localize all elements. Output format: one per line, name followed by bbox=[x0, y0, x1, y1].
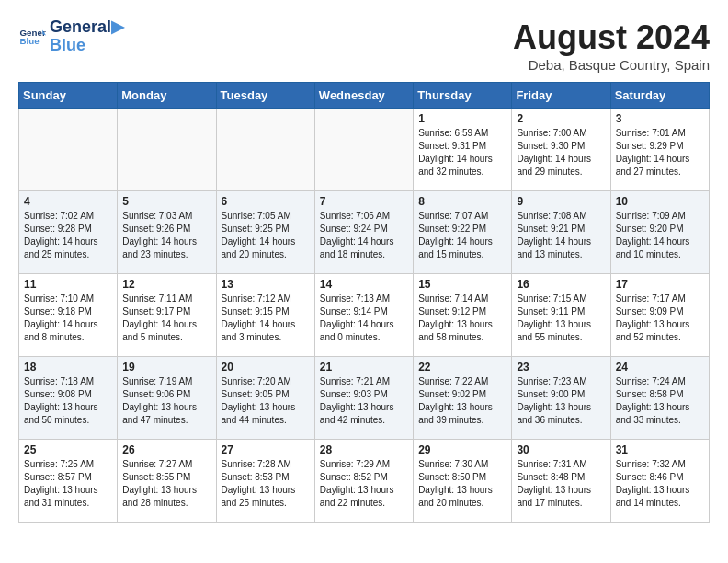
calendar-cell: 16Sunrise: 7:15 AMSunset: 9:11 PMDayligh… bbox=[512, 274, 610, 357]
location-subtitle: Deba, Basque Country, Spain bbox=[513, 57, 710, 73]
calendar-cell: 31Sunrise: 7:32 AMSunset: 8:46 PMDayligh… bbox=[610, 440, 709, 523]
day-number: 31 bbox=[616, 443, 704, 456]
day-number: 30 bbox=[517, 443, 605, 456]
day-details: Sunrise: 7:09 AMSunset: 9:20 PMDaylight:… bbox=[616, 210, 704, 261]
day-details: Sunrise: 7:10 AMSunset: 9:18 PMDaylight:… bbox=[24, 293, 112, 344]
calendar-cell: 22Sunrise: 7:22 AMSunset: 9:02 PMDayligh… bbox=[414, 357, 512, 440]
day-number: 12 bbox=[122, 278, 210, 291]
calendar-cell: 24Sunrise: 7:24 AMSunset: 8:58 PMDayligh… bbox=[610, 357, 709, 440]
day-details: Sunrise: 7:25 AMSunset: 8:57 PMDaylight:… bbox=[24, 458, 112, 510]
day-details: Sunrise: 7:32 AMSunset: 8:46 PMDaylight:… bbox=[616, 458, 704, 510]
calendar-cell: 18Sunrise: 7:18 AMSunset: 9:08 PMDayligh… bbox=[19, 357, 118, 440]
header-saturday: Saturday bbox=[610, 83, 709, 109]
calendar-cell: 23Sunrise: 7:23 AMSunset: 9:00 PMDayligh… bbox=[512, 357, 610, 440]
day-details: Sunrise: 7:18 AMSunset: 9:08 PMDaylight:… bbox=[24, 375, 112, 427]
day-details: Sunrise: 7:11 AMSunset: 9:17 PMDaylight:… bbox=[122, 293, 210, 344]
calendar-cell: 26Sunrise: 7:27 AMSunset: 8:55 PMDayligh… bbox=[118, 440, 216, 523]
day-details: Sunrise: 7:21 AMSunset: 9:03 PMDaylight:… bbox=[320, 375, 408, 427]
day-number: 9 bbox=[517, 195, 605, 208]
day-details: Sunrise: 7:14 AMSunset: 9:12 PMDaylight:… bbox=[418, 293, 506, 344]
svg-text:Blue: Blue bbox=[20, 35, 40, 45]
calendar-cell: 3Sunrise: 7:01 AMSunset: 9:29 PMDaylight… bbox=[610, 109, 709, 191]
calendar-week-row: 1Sunrise: 6:59 AMSunset: 9:31 PMDaylight… bbox=[19, 109, 710, 191]
calendar-cell: 5Sunrise: 7:03 AMSunset: 9:26 PMDaylight… bbox=[118, 191, 216, 274]
calendar-week-row: 4Sunrise: 7:02 AMSunset: 9:28 PMDaylight… bbox=[19, 191, 710, 274]
day-number: 18 bbox=[24, 361, 112, 373]
calendar-cell: 20Sunrise: 7:20 AMSunset: 9:05 PMDayligh… bbox=[216, 357, 314, 440]
day-number: 11 bbox=[24, 278, 112, 291]
calendar-cell: 19Sunrise: 7:19 AMSunset: 9:06 PMDayligh… bbox=[118, 357, 216, 440]
calendar-week-row: 11Sunrise: 7:10 AMSunset: 9:18 PMDayligh… bbox=[19, 274, 710, 357]
calendar-cell: 14Sunrise: 7:13 AMSunset: 9:14 PMDayligh… bbox=[314, 274, 413, 357]
calendar-cell: 9Sunrise: 7:08 AMSunset: 9:21 PMDaylight… bbox=[512, 191, 610, 274]
logo-text-line1: General▶ bbox=[50, 18, 124, 37]
day-details: Sunrise: 7:07 AMSunset: 9:22 PMDaylight:… bbox=[418, 210, 506, 261]
day-number: 10 bbox=[616, 195, 704, 208]
calendar-cell: 21Sunrise: 7:21 AMSunset: 9:03 PMDayligh… bbox=[314, 357, 413, 440]
page-header: General Blue General▶ Blue August 2024 D… bbox=[18, 18, 710, 73]
day-number: 25 bbox=[24, 443, 112, 456]
calendar-cell: 2Sunrise: 7:00 AMSunset: 9:30 PMDaylight… bbox=[512, 109, 610, 191]
header-tuesday: Tuesday bbox=[216, 83, 314, 109]
day-number: 27 bbox=[222, 443, 310, 456]
day-number: 13 bbox=[222, 278, 310, 291]
logo-icon: General Blue bbox=[18, 23, 46, 51]
logo: General Blue General▶ Blue bbox=[18, 18, 124, 55]
day-details: Sunrise: 7:17 AMSunset: 9:09 PMDaylight:… bbox=[616, 293, 704, 344]
day-details: Sunrise: 7:06 AMSunset: 9:24 PMDaylight:… bbox=[320, 210, 408, 261]
calendar-cell: 12Sunrise: 7:11 AMSunset: 9:17 PMDayligh… bbox=[118, 274, 216, 357]
calendar-cell: 7Sunrise: 7:06 AMSunset: 9:24 PMDaylight… bbox=[314, 191, 413, 274]
day-details: Sunrise: 7:30 AMSunset: 8:50 PMDaylight:… bbox=[418, 458, 506, 510]
logo-text-line2: Blue bbox=[50, 37, 124, 55]
calendar-cell: 1Sunrise: 6:59 AMSunset: 9:31 PMDaylight… bbox=[414, 109, 512, 191]
day-number: 29 bbox=[418, 443, 506, 456]
day-number: 24 bbox=[616, 361, 704, 373]
day-number: 22 bbox=[418, 361, 506, 373]
day-details: Sunrise: 7:15 AMSunset: 9:11 PMDaylight:… bbox=[517, 293, 605, 344]
calendar-cell: 8Sunrise: 7:07 AMSunset: 9:22 PMDaylight… bbox=[414, 191, 512, 274]
calendar-week-row: 18Sunrise: 7:18 AMSunset: 9:08 PMDayligh… bbox=[19, 357, 710, 440]
calendar-cell: 17Sunrise: 7:17 AMSunset: 9:09 PMDayligh… bbox=[610, 274, 709, 357]
calendar-cell: 28Sunrise: 7:29 AMSunset: 8:52 PMDayligh… bbox=[314, 440, 413, 523]
day-details: Sunrise: 7:12 AMSunset: 9:15 PMDaylight:… bbox=[222, 293, 310, 344]
day-details: Sunrise: 7:20 AMSunset: 9:05 PMDaylight:… bbox=[222, 375, 310, 427]
day-number: 6 bbox=[222, 195, 310, 208]
calendar-cell bbox=[314, 109, 413, 191]
day-details: Sunrise: 7:03 AMSunset: 9:26 PMDaylight:… bbox=[122, 210, 210, 261]
day-number: 17 bbox=[616, 278, 704, 291]
calendar-cell bbox=[19, 109, 118, 191]
month-year-title: August 2024 bbox=[513, 18, 710, 57]
day-details: Sunrise: 6:59 AMSunset: 9:31 PMDaylight:… bbox=[418, 127, 506, 178]
calendar-cell: 15Sunrise: 7:14 AMSunset: 9:12 PMDayligh… bbox=[414, 274, 512, 357]
day-details: Sunrise: 7:29 AMSunset: 8:52 PMDaylight:… bbox=[320, 458, 408, 510]
calendar-cell: 13Sunrise: 7:12 AMSunset: 9:15 PMDayligh… bbox=[216, 274, 314, 357]
calendar-cell: 4Sunrise: 7:02 AMSunset: 9:28 PMDaylight… bbox=[19, 191, 118, 274]
day-number: 28 bbox=[320, 443, 408, 456]
header-sunday: Sunday bbox=[19, 83, 118, 109]
day-details: Sunrise: 7:05 AMSunset: 9:25 PMDaylight:… bbox=[222, 210, 310, 261]
header-friday: Friday bbox=[512, 83, 610, 109]
day-details: Sunrise: 7:22 AMSunset: 9:02 PMDaylight:… bbox=[418, 375, 506, 427]
calendar-cell bbox=[216, 109, 314, 191]
day-number: 4 bbox=[24, 195, 112, 208]
day-details: Sunrise: 7:19 AMSunset: 9:06 PMDaylight:… bbox=[122, 375, 210, 427]
day-number: 3 bbox=[616, 112, 704, 125]
day-details: Sunrise: 7:13 AMSunset: 9:14 PMDaylight:… bbox=[320, 293, 408, 344]
calendar-cell: 29Sunrise: 7:30 AMSunset: 8:50 PMDayligh… bbox=[414, 440, 512, 523]
day-number: 7 bbox=[320, 195, 408, 208]
day-details: Sunrise: 7:31 AMSunset: 8:48 PMDaylight:… bbox=[517, 458, 605, 510]
calendar-cell: 6Sunrise: 7:05 AMSunset: 9:25 PMDaylight… bbox=[216, 191, 314, 274]
day-number: 23 bbox=[517, 361, 605, 373]
header-monday: Monday bbox=[118, 83, 216, 109]
day-details: Sunrise: 7:28 AMSunset: 8:53 PMDaylight:… bbox=[222, 458, 310, 510]
calendar-cell: 27Sunrise: 7:28 AMSunset: 8:53 PMDayligh… bbox=[216, 440, 314, 523]
day-details: Sunrise: 7:02 AMSunset: 9:28 PMDaylight:… bbox=[24, 210, 112, 261]
day-number: 1 bbox=[418, 112, 506, 125]
day-number: 8 bbox=[418, 195, 506, 208]
day-number: 2 bbox=[517, 112, 605, 125]
calendar-table: Sunday Monday Tuesday Wednesday Thursday… bbox=[18, 82, 710, 523]
day-number: 26 bbox=[122, 443, 210, 456]
calendar-cell: 11Sunrise: 7:10 AMSunset: 9:18 PMDayligh… bbox=[19, 274, 118, 357]
calendar-week-row: 25Sunrise: 7:25 AMSunset: 8:57 PMDayligh… bbox=[19, 440, 710, 523]
calendar-cell: 30Sunrise: 7:31 AMSunset: 8:48 PMDayligh… bbox=[512, 440, 610, 523]
